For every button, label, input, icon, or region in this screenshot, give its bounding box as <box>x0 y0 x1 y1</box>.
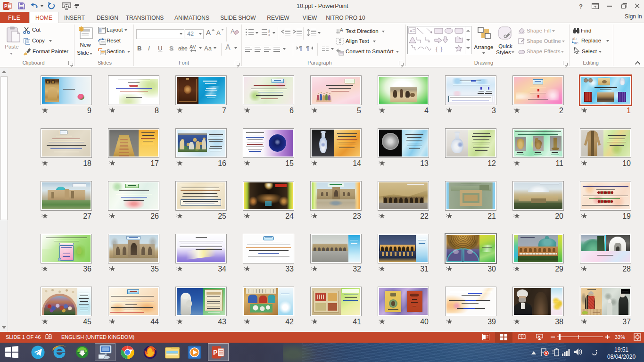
svg-text:}: } <box>440 45 443 52</box>
svg-text:¶: ¶ <box>306 45 309 51</box>
svg-text:{: { <box>436 45 438 52</box>
svg-text:¶: ¶ <box>299 45 302 51</box>
svg-text:A: A <box>410 29 413 33</box>
svg-text:A: A <box>340 27 343 33</box>
svg-text:P: P <box>4 4 8 9</box>
svg-text:P: P <box>213 349 217 356</box>
